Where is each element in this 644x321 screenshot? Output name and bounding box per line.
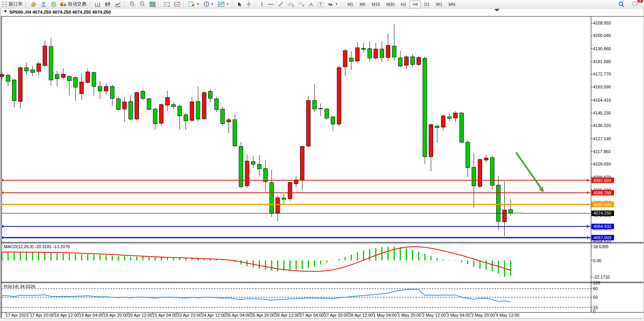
candle (92, 72, 96, 86)
candle (74, 78, 77, 87)
line-handle (586, 179, 589, 182)
time-axis-label: 25 Apr 04:00 (226, 313, 250, 317)
time-axis-label: 27 Apr 20:00 (324, 313, 348, 317)
zoom-in-icon (129, 1, 135, 7)
line-handle (2, 192, 4, 194)
search-button[interactable] (616, 0, 626, 9)
candle (251, 162, 255, 164)
timeframe-button-mn[interactable]: MN (446, 0, 458, 8)
line-handle (2, 225, 4, 228)
timeframe-button-m30[interactable]: M30 (384, 0, 397, 8)
timeframe-button-h1[interactable]: H1 (398, 0, 409, 8)
period-button[interactable]: ▼ (202, 0, 216, 9)
timeframe-toolbar: M1M5M15M30H1H4D1W1MN (344, 0, 458, 8)
timeframe-button-w1[interactable]: W1 (433, 0, 445, 8)
time-axis-label: 28 Apr 12:00 (349, 313, 373, 317)
signal-broadcast-icon (51, 2, 56, 7)
candle (178, 106, 182, 116)
candle (503, 210, 507, 222)
cursor-tool-button[interactable] (235, 0, 244, 9)
line-chart-mode-button[interactable] (113, 0, 123, 9)
template-button[interactable]: ▼ (216, 0, 231, 9)
svg-text:A: A (309, 2, 313, 7)
styler-button[interactable] (29, 0, 39, 9)
svg-text:0.00: 0.00 (593, 258, 601, 263)
zoom-in-button[interactable] (127, 0, 137, 9)
candle (435, 126, 439, 128)
timeframe-button-m5[interactable]: M5 (357, 0, 368, 8)
candle (129, 102, 133, 119)
time-axis-label: 3 May 20:00 (471, 313, 495, 317)
equidistant-channel-tool-button[interactable]: E (286, 0, 296, 9)
candlestick-mode-button[interactable] (103, 0, 113, 9)
candle (67, 76, 71, 81)
candle (460, 113, 463, 142)
candle (361, 48, 365, 49)
candle (165, 97, 169, 105)
new-order-button[interactable]: 新订单 (0, 0, 25, 9)
search-icon (618, 1, 625, 7)
indicator-list-button[interactable] (172, 0, 182, 9)
candle (135, 93, 139, 119)
svg-text:0: 0 (593, 309, 595, 313)
macd-label: MACD(12,26,9) -20.3181 -13.2076 (4, 244, 70, 249)
trendline-tool-button[interactable] (276, 0, 286, 9)
candle (441, 116, 445, 127)
auto-trading-button[interactable]: 自动交易 (58, 0, 88, 9)
candle (116, 99, 120, 110)
paint-bucket-icon (31, 2, 37, 7)
candle (0, 74, 4, 76)
toolbar-separator (25, 1, 28, 7)
timeframe-button-m15[interactable]: M15 (369, 0, 383, 8)
toolbar-separator (254, 1, 257, 7)
timeframe-button-m1[interactable]: M1 (345, 0, 356, 8)
zoom-out-icon (139, 1, 146, 7)
toolbar-separator (124, 1, 126, 7)
svg-text:-22.1732: -22.1732 (593, 275, 610, 279)
svg-text:80: 80 (593, 286, 598, 291)
time-axis-label: 24 Apr 12:00 (202, 313, 226, 317)
fibonacci-icon: F (298, 1, 305, 7)
candle (214, 99, 218, 110)
bar-chart-mode-button[interactable] (93, 0, 103, 9)
indicator-window-button[interactable] (162, 0, 172, 9)
tile-windows-button[interactable] (147, 0, 158, 9)
candle (349, 58, 353, 61)
vertical-line-tool-button[interactable] (258, 0, 266, 9)
candle (392, 46, 396, 57)
new-order-icon (2, 2, 7, 7)
candle (429, 125, 433, 157)
add-indicator-icon (188, 1, 195, 7)
crosshair-tool-button[interactable] (244, 0, 254, 9)
candle (312, 101, 316, 109)
candle (300, 146, 304, 180)
notifications-button[interactable]: 1 (630, 0, 641, 9)
timeframe-button-h4[interactable]: H4 (410, 0, 421, 8)
price-axis-label: 4145.230 (593, 111, 611, 115)
time-axis-label: 17 Apr 20:00 (30, 313, 54, 317)
zoom-out-button[interactable] (137, 0, 147, 9)
horizontal-line-tool-button[interactable] (266, 0, 276, 9)
timeframe-button-d1[interactable]: D1 (421, 0, 432, 8)
fibonacci-tool-button[interactable]: F (296, 0, 307, 9)
text-tool-button[interactable]: A (307, 0, 316, 9)
candle (380, 49, 384, 58)
candle (337, 67, 341, 124)
profile-button[interactable] (39, 0, 49, 9)
line-handle (586, 203, 589, 206)
candle (270, 183, 274, 213)
svg-text:4074.250: 4074.250 (593, 211, 611, 215)
chevron-down-icon: ▼ (197, 2, 200, 6)
add-indicator-button[interactable]: ▼ (186, 0, 202, 9)
chart-canvas[interactable]: SP500-,H4 4074.250 4074.250 4074.250 407… (0, 8, 644, 321)
signals-button[interactable] (49, 0, 58, 9)
label-tool-button[interactable]: T (316, 0, 326, 9)
time-axis-label: 27 Apr 04:00 (300, 313, 324, 317)
price-axis-label: 4136.320 (593, 123, 611, 128)
candle (478, 159, 482, 186)
shapes-tool-button[interactable]: ▼ (326, 0, 340, 9)
time-axis-label: 19 Apr 20:00 (104, 313, 128, 317)
candle (386, 45, 390, 57)
candle (356, 48, 360, 61)
candle (6, 75, 10, 81)
